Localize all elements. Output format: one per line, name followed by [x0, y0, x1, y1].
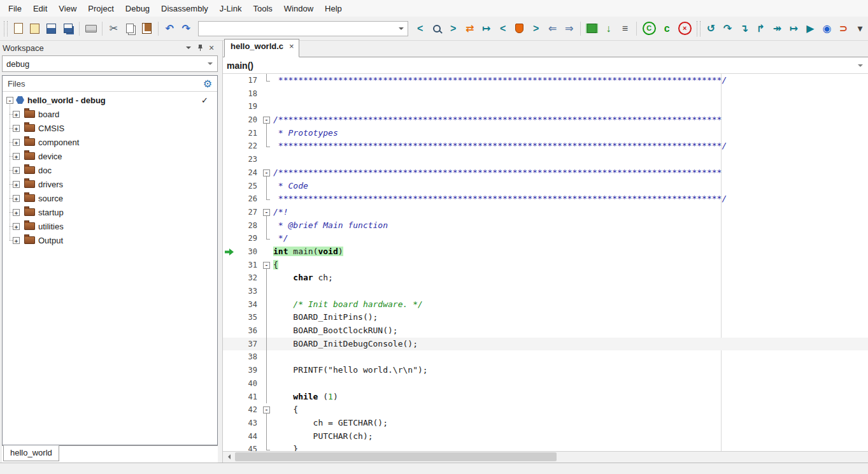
code-line-17[interactable]: 17 *************************************…	[223, 74, 868, 87]
code-line-20[interactable]: 20/*************************************…	[223, 113, 868, 127]
reset-icon[interactable]: ↺	[703, 20, 719, 36]
breakpoint-margin[interactable]	[223, 350, 236, 364]
configuration-select[interactable]: debug	[2, 55, 218, 72]
code-line-45[interactable]: 45 }	[223, 443, 868, 451]
code-line-19[interactable]: 19	[223, 100, 868, 113]
next-item-icon[interactable]: >	[528, 20, 544, 36]
print-icon[interactable]	[83, 20, 99, 36]
settings-gear-icon[interactable]	[203, 78, 212, 90]
expand-box-icon[interactable]	[13, 167, 20, 174]
go-icon[interactable]: ▶	[802, 20, 818, 36]
code-line-33[interactable]: 33	[223, 285, 868, 298]
workspace-tab-hello-world[interactable]: hello_world	[3, 445, 59, 461]
new-document-icon[interactable]	[10, 20, 26, 36]
cstat-analyze-icon[interactable]: C	[643, 22, 656, 35]
breakpoint-margin[interactable]	[223, 87, 236, 101]
tree-item-drivers[interactable]: drivers	[3, 177, 217, 191]
menu-window[interactable]: Window	[278, 1, 319, 16]
horizontal-scrollbar[interactable]	[223, 451, 868, 463]
breakpoint-margin[interactable]	[223, 271, 236, 285]
breakpoint-margin[interactable]	[223, 417, 236, 430]
code-line-42[interactable]: 42 {	[223, 403, 868, 417]
code-line-26[interactable]: 26 *************************************…	[223, 192, 868, 206]
breakpoint-margin[interactable]	[223, 391, 236, 404]
expand-box-icon[interactable]	[13, 153, 20, 160]
breakpoint-margin[interactable]	[223, 153, 236, 166]
scroll-left-button[interactable]	[223, 452, 234, 462]
breakpoint-margin[interactable]	[223, 206, 236, 219]
code-line-39[interactable]: 39 PRINTF("hello world.\r\n");	[223, 364, 868, 377]
tree-item-utilities[interactable]: utilities	[3, 219, 217, 233]
previous-item-icon[interactable]: <	[495, 20, 511, 36]
breakpoint-margin[interactable]	[223, 245, 236, 259]
breakpoint-margin[interactable]	[223, 285, 236, 298]
close-panel-icon[interactable]	[206, 43, 217, 53]
fold-margin[interactable]	[262, 166, 272, 180]
find-next-icon[interactable]: >	[445, 20, 461, 36]
breakpoint-margin[interactable]	[223, 140, 236, 153]
breakpoint-margin[interactable]	[223, 192, 236, 206]
redo-icon[interactable]: ↷	[178, 20, 194, 36]
breakpoint-margin[interactable]	[223, 166, 236, 180]
breakpoint-margin[interactable]	[223, 74, 236, 87]
tree-item-board[interactable]: board	[3, 107, 217, 121]
code-line-24[interactable]: 24/*************************************…	[223, 166, 868, 180]
breakpoint-margin[interactable]	[223, 127, 236, 140]
undo-icon[interactable]: ↶	[162, 20, 178, 36]
menu-edit[interactable]: Edit	[27, 1, 53, 16]
breakpoint-margin[interactable]	[223, 377, 236, 391]
save-all-icon[interactable]	[60, 20, 76, 36]
breakpoint-margin[interactable]	[223, 298, 236, 312]
tree-item-project-root[interactable]: hello_world - debug ✓	[3, 93, 217, 107]
tree-item-doc[interactable]: doc	[3, 163, 217, 177]
last-edit-location-icon[interactable]: ⇄	[462, 20, 478, 36]
code-line-37[interactable]: 37 BOARD_InitDebugConsole();	[223, 338, 868, 351]
expand-box-icon[interactable]	[13, 181, 20, 188]
code-line-21[interactable]: 21 * Prototypes	[223, 127, 868, 140]
breakpoint-margin[interactable]	[223, 364, 236, 377]
stop-build-icon[interactable]: ×	[678, 22, 692, 35]
expand-box-icon[interactable]	[13, 237, 20, 244]
menu-debug[interactable]: Debug	[120, 1, 155, 16]
navigate-forward-icon[interactable]: ⇒	[561, 20, 577, 36]
open-document-icon[interactable]	[27, 20, 43, 36]
menu-file[interactable]: File	[3, 1, 27, 16]
paste-icon[interactable]	[139, 20, 155, 36]
step-into-icon[interactable]: ↴	[736, 20, 752, 36]
quick-search-combo[interactable]	[198, 21, 408, 36]
editor-tab-hello-world-c[interactable]: hello_world.c ×	[224, 39, 299, 57]
breakpoint-margin[interactable]	[223, 311, 236, 324]
breakpoint-margin[interactable]	[223, 338, 236, 351]
breakpoint-margin[interactable]	[223, 180, 236, 193]
breakpoint-margin[interactable]	[223, 443, 236, 451]
code-line-25[interactable]: 25 * Code	[223, 180, 868, 193]
expand-box-icon[interactable]	[13, 209, 20, 216]
code-line-28[interactable]: 28 * @brief Main function	[223, 219, 868, 233]
toggle-breakpoint-icon[interactable]	[511, 20, 527, 36]
next-statement-icon[interactable]: ↠	[769, 20, 785, 36]
breakpoint-margin[interactable]	[223, 100, 236, 113]
code-line-38[interactable]: 38	[223, 350, 868, 364]
tree-item-cmsis[interactable]: CMSIS	[3, 121, 217, 135]
code-line-31[interactable]: 31{	[223, 259, 868, 272]
menu-j-link[interactable]: J-Link	[214, 1, 248, 16]
breakpoint-margin[interactable]	[223, 324, 236, 338]
breakpoint-margin[interactable]	[223, 219, 236, 233]
function-selector[interactable]: main()	[223, 57, 868, 74]
code-line-23[interactable]: 23	[223, 153, 868, 166]
fold-margin[interactable]	[262, 206, 272, 219]
menu-view[interactable]: View	[53, 1, 82, 16]
breakpoint-margin[interactable]	[223, 430, 236, 443]
menu-tools[interactable]: Tools	[247, 1, 278, 16]
breakpoint-margin[interactable]	[223, 259, 236, 272]
breakpoint-margin[interactable]	[223, 232, 236, 245]
menu-project[interactable]: Project	[82, 1, 119, 16]
code-line-35[interactable]: 35 BOARD_InitPins();	[223, 311, 868, 324]
tree-item-source[interactable]: source	[3, 191, 217, 205]
code-line-18[interactable]: 18	[223, 87, 868, 101]
tree-item-startup[interactable]: startup	[3, 205, 217, 219]
step-over-icon[interactable]: ↷	[720, 20, 736, 36]
code-line-27[interactable]: 27/*!	[223, 206, 868, 219]
download-and-debug-icon[interactable]	[584, 20, 600, 36]
breakpoint-margin[interactable]	[223, 403, 236, 417]
